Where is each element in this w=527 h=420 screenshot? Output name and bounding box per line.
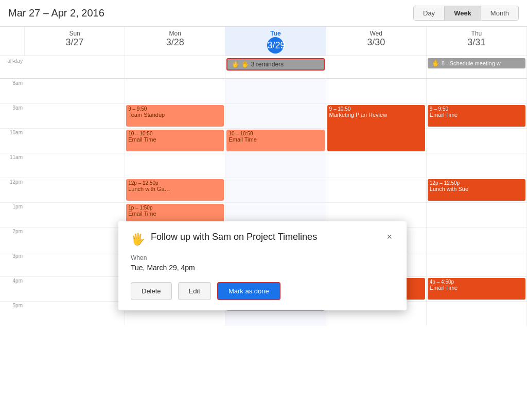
popup-header: 🖐 Follow up with Sam on Project Timeline…: [131, 232, 394, 246]
popup-reminder-icon: 🖐: [131, 233, 145, 246]
popup-close-button[interactable]: ×: [384, 232, 394, 242]
event-detail-popup: 🖐 Follow up with Sam on Project Timeline…: [118, 221, 407, 310]
popup-when-value: Tue, March 29, 4pm: [131, 264, 394, 272]
popup-delete-button[interactable]: Delete: [131, 282, 172, 300]
popup-overlay: 🖐 Follow up with Sam on Project Timeline…: [0, 0, 527, 420]
popup-actions: Delete Edit Mark as done: [131, 282, 394, 300]
popup-when-label: When: [131, 254, 394, 261]
popup-title: Follow up with Sam on Project Timelines: [151, 232, 384, 242]
popup-mark-done-button[interactable]: Mark as done: [217, 282, 280, 300]
popup-edit-button[interactable]: Edit: [178, 282, 211, 300]
